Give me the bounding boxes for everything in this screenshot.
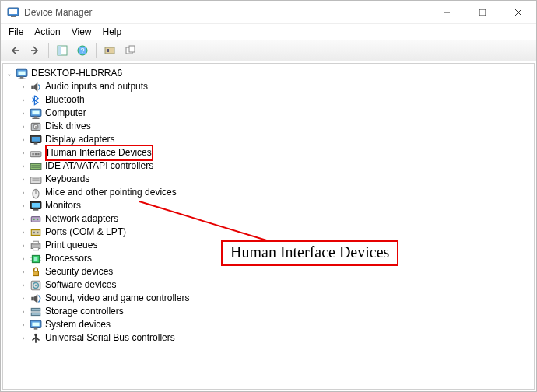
close-button[interactable]: [500, 1, 536, 23]
network-icon: [30, 213, 42, 226]
toolbar-separator: [48, 43, 49, 58]
tree-item-sound[interactable]: ›Sound, video and game controllers: [3, 292, 534, 305]
menu-view[interactable]: View: [72, 26, 92, 37]
help-button[interactable]: ?: [73, 42, 92, 59]
tree-item-network[interactable]: ›Network adapters: [3, 212, 534, 226]
scan-hardware-button[interactable]: [100, 42, 119, 59]
svg-rect-14: [107, 49, 109, 52]
cpu-icon: [30, 253, 42, 265]
svg-rect-1: [9, 9, 17, 14]
usb-icon: [30, 332, 42, 345]
tree-item-label: Monitors: [45, 199, 81, 212]
tree-item-monitor[interactable]: ›Monitors: [3, 199, 534, 212]
expander-icon[interactable]: ›: [20, 159, 26, 173]
svg-rect-2: [11, 16, 16, 17]
tree-item-computer[interactable]: ›Computer: [3, 107, 534, 120]
toolbar: ?: [1, 40, 536, 61]
expander-icon[interactable]: ›: [20, 252, 26, 265]
refresh-button[interactable]: [121, 42, 139, 59]
tree-item-label: Audio inputs and outputs: [45, 80, 148, 93]
display-icon: [30, 134, 42, 146]
svg-text:?: ?: [80, 47, 84, 54]
tree-item-hid[interactable]: ›Human Interface Devices: [3, 146, 534, 159]
expander-icon[interactable]: ›: [20, 107, 26, 120]
tree-item-keyboard[interactable]: ›Keyboards: [3, 173, 534, 186]
expander-icon[interactable]: ›: [20, 212, 26, 226]
tree-item-label: Storage controllers: [45, 305, 124, 318]
device-manager-window: Device Manager File Action View Help: [0, 0, 537, 392]
sound-icon: [30, 292, 42, 305]
ports-icon: [30, 226, 42, 239]
tree-item-mouse[interactable]: ›Mice and other pointing devices: [3, 186, 534, 199]
svg-rect-16: [129, 46, 135, 52]
tree-item-security[interactable]: ›Security devices: [3, 265, 534, 278]
tree-root[interactable]: ⌄DESKTOP-HLDRRA6: [3, 67, 534, 80]
expander-icon[interactable]: ›: [20, 305, 26, 318]
software-icon: [30, 279, 42, 292]
window-controls: [429, 1, 536, 23]
nav-forward-button[interactable]: [26, 42, 44, 59]
tree-item-label: Keyboards: [45, 173, 90, 186]
tree-item-software[interactable]: ›Software devices: [3, 278, 534, 292]
expander-icon[interactable]: ›: [20, 146, 26, 159]
printer-icon: [30, 240, 42, 252]
svg-rect-10: [58, 46, 61, 55]
expander-icon[interactable]: ›: [20, 120, 26, 133]
system-icon: [30, 319, 42, 331]
tree-item-label: Computer: [45, 107, 86, 120]
tree-item-system[interactable]: ›System devices: [3, 318, 534, 331]
expander-icon[interactable]: ⌄: [6, 67, 12, 80]
tree-item-label: System devices: [45, 318, 111, 331]
show-console-tree-button[interactable]: [53, 42, 72, 59]
expander-icon[interactable]: ›: [20, 239, 26, 252]
expander-icon[interactable]: ›: [20, 331, 26, 345]
tree-item-label: Sound, video and game controllers: [45, 292, 189, 305]
audio-icon: [30, 81, 42, 93]
tree-item-label: Universal Serial Bus controllers: [45, 331, 175, 345]
tree-item-ide[interactable]: ›IDE ATA/ATAPI controllers: [3, 159, 534, 173]
tree-item-label: Print queues: [45, 239, 97, 252]
tree-item-usb[interactable]: ›Universal Serial Bus controllers: [3, 331, 534, 345]
storage-icon: [30, 306, 42, 318]
expander-icon[interactable]: ›: [20, 133, 26, 146]
tree-item-audio[interactable]: ›Audio inputs and outputs: [3, 80, 534, 93]
menu-help[interactable]: Help: [103, 26, 122, 37]
computer-icon: [30, 107, 42, 120]
toolbar-separator: [96, 43, 97, 58]
tree-item-bluetooth[interactable]: ›Bluetooth: [3, 93, 534, 107]
expander-icon[interactable]: ›: [20, 80, 26, 93]
tree-item-storage[interactable]: ›Storage controllers: [3, 305, 534, 318]
security-icon: [30, 266, 42, 278]
expander-icon[interactable]: ›: [20, 93, 26, 107]
expander-icon[interactable]: ›: [20, 265, 26, 278]
minimize-button[interactable]: [429, 1, 465, 23]
maximize-button[interactable]: [465, 1, 500, 23]
svg-rect-4: [479, 9, 486, 16]
expander-icon[interactable]: ›: [20, 186, 26, 199]
tree-item-disk[interactable]: ›Disk drives: [3, 120, 534, 133]
monitor-icon: [30, 200, 42, 212]
menu-action[interactable]: Action: [34, 26, 60, 37]
tree-item-label: Processors: [45, 252, 92, 265]
keyboard-icon: [30, 173, 42, 186]
expander-icon[interactable]: ›: [20, 173, 26, 186]
tree-item-ports[interactable]: ›Ports (COM & LPT): [3, 226, 534, 239]
tree-item-label: Security devices: [45, 265, 113, 278]
hid-icon: [30, 147, 42, 159]
tree-item-label: Mice and other pointing devices: [45, 186, 177, 199]
nav-back-button[interactable]: [5, 42, 24, 59]
menu-file[interactable]: File: [9, 26, 23, 37]
expander-icon[interactable]: ›: [20, 292, 26, 305]
bluetooth-icon: [30, 94, 42, 107]
ide-icon: [30, 160, 42, 173]
expander-icon[interactable]: ›: [20, 318, 26, 331]
tree-root-label: DESKTOP-HLDRRA6: [31, 67, 122, 80]
tree-item-label: Software devices: [45, 278, 116, 292]
expander-icon[interactable]: ›: [20, 226, 26, 239]
disk-icon: [30, 121, 42, 133]
tree-pane[interactable]: ⌄DESKTOP-HLDRRA6›Audio inputs and output…: [2, 63, 535, 390]
expander-icon[interactable]: ›: [20, 278, 26, 292]
tree-item-label: Disk drives: [45, 120, 91, 133]
expander-icon[interactable]: ›: [20, 199, 26, 212]
tree-item-label: Human Interface Devices: [45, 145, 153, 161]
